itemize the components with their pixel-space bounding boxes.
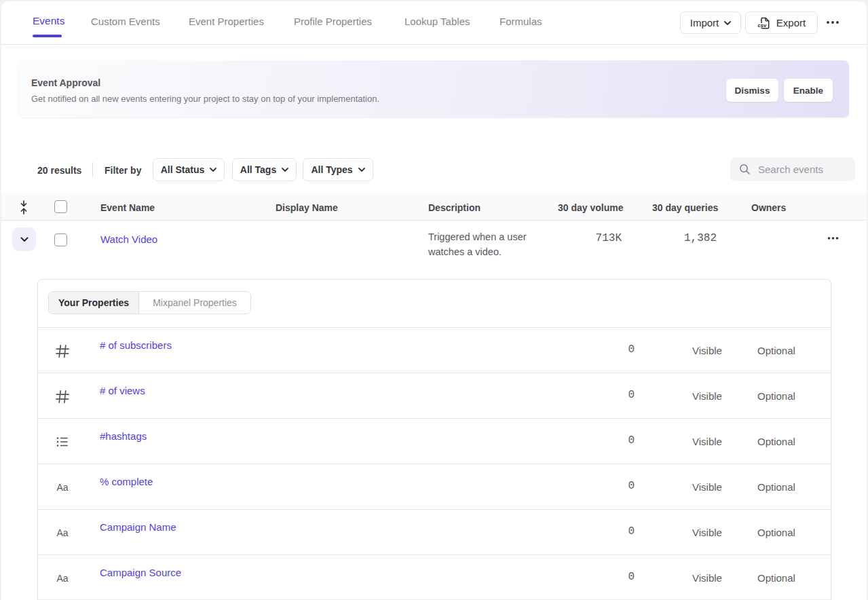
- svg-text:csv: csv: [757, 22, 766, 29]
